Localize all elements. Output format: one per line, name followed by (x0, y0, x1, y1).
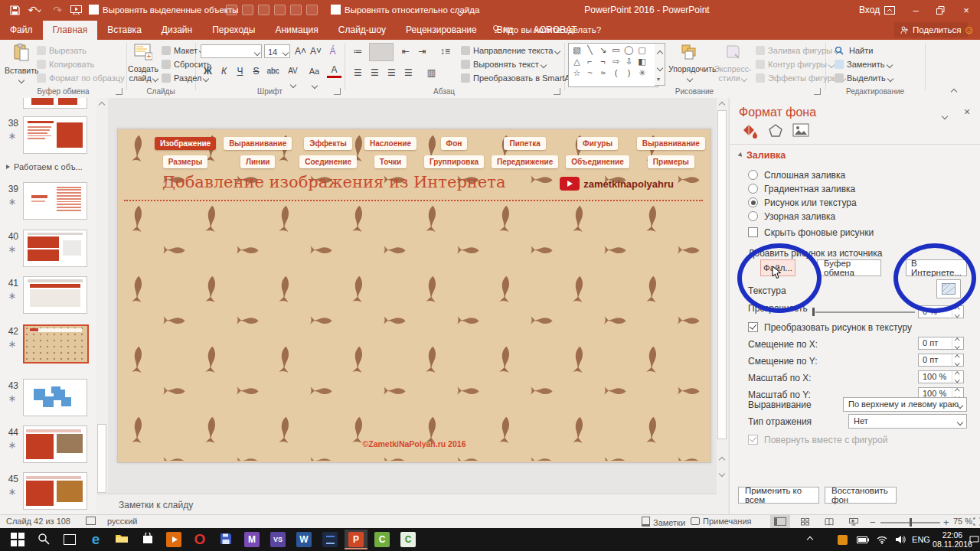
slide-title[interactable]: Добавление изображения из Интернета (162, 173, 505, 191)
text-shadow-button[interactable]: abc (266, 64, 280, 78)
collapse-ribbon-icon[interactable] (952, 86, 956, 96)
tray-app-icon[interactable] (835, 528, 850, 551)
slide-button[interactable]: Точки (374, 155, 407, 168)
tray-expand-icon[interactable] (802, 528, 818, 551)
new-slide-button[interactable]: Создать слайд (128, 43, 158, 83)
reset-background-button[interactable]: Восстановить фон (825, 487, 897, 504)
decrease-font-icon[interactable]: А˅ (309, 44, 323, 58)
start-from-beginning-icon[interactable] (67, 2, 84, 18)
strikethrough-button[interactable]: S (249, 64, 263, 78)
editor-scrollbar[interactable] (717, 98, 728, 514)
zoom-out-icon[interactable]: − (870, 517, 876, 528)
tab-transitions[interactable]: Переходы (202, 21, 265, 40)
sign-in-button[interactable]: Вход (859, 5, 880, 15)
slide-thumbnail[interactable] (23, 116, 87, 154)
minimize-button[interactable]: – (905, 1, 926, 19)
taskbar-start-icon[interactable] (6, 530, 29, 549)
taskbar-task-view-icon[interactable] (58, 530, 81, 549)
increase-indent-icon[interactable]: ⇥ (415, 44, 430, 58)
brand-badge[interactable]: zametkinapolyahru (560, 177, 674, 191)
fill-option[interactable]: Сплошная заливка (748, 170, 845, 181)
slide-button[interactable]: Выравнивание (637, 137, 705, 150)
replace-button[interactable]: Заменить (835, 60, 892, 69)
clear-formatting-icon[interactable]: А́ (325, 44, 340, 58)
offset-y-field[interactable]: 0 пт (918, 354, 964, 367)
scroll-up-icon[interactable] (96, 99, 107, 109)
shape-icon[interactable]: ◧ (635, 56, 648, 67)
shape-icon[interactable]: ✳ (635, 67, 648, 79)
stepper-icon[interactable] (952, 371, 962, 383)
insert-from-clipboard-button[interactable]: Буфер обмена (817, 259, 881, 276)
clock[interactable]: 22:06 08.11.2016 (933, 528, 972, 551)
columns-icon[interactable]: ▥ (424, 66, 439, 80)
transparency-slider-thumb[interactable] (812, 308, 815, 316)
taskbar-media-player-icon[interactable] (162, 530, 185, 549)
slide-button[interactable]: Примеры (648, 155, 694, 168)
close-button[interactable]: × (956, 1, 977, 19)
slide-button[interactable]: Группировка (424, 155, 484, 168)
taskbar-camtasia-icon[interactable]: C (371, 530, 394, 549)
shape-icon[interactable]: ◯ (622, 44, 635, 56)
ribbon-display-options-icon[interactable] (879, 1, 900, 19)
slide-button[interactable]: Объединение (566, 155, 629, 168)
shape-icon[interactable]: ( (609, 67, 622, 79)
slide-button[interactable]: Линии (240, 155, 276, 168)
volume-icon[interactable] (893, 528, 908, 551)
shape-icon[interactable]: ▭ (609, 44, 622, 56)
transparency-value-field[interactable]: 0 % (918, 305, 964, 318)
fit-to-window-icon[interactable] (972, 515, 980, 528)
smiley-icon[interactable]: ☺ (963, 23, 975, 36)
slide-button[interactable]: Передвижение (492, 155, 558, 168)
stepper-icon[interactable] (952, 306, 962, 318)
taskbar-camtasia-2-icon[interactable]: C (397, 530, 420, 549)
slide-button[interactable]: Пипетка (504, 137, 545, 150)
font-size-combo[interactable]: 14 (264, 44, 290, 58)
slide-button[interactable]: Размеры (163, 155, 208, 168)
paste-button[interactable]: Вставить (5, 43, 38, 84)
slide-button[interactable]: Фигуры (577, 137, 618, 150)
slide-button[interactable]: Соединение (299, 155, 357, 168)
thumbnail-scrollbar[interactable] (96, 98, 108, 514)
align-right-icon[interactable]: ☰ (384, 66, 399, 80)
shape-icon[interactable]: ⇨ (609, 56, 622, 67)
slide-sorter-view-icon[interactable] (795, 515, 815, 528)
shapes-gallery-scroll[interactable]: ▾ (655, 43, 665, 86)
taskbar-save-app-icon[interactable] (214, 530, 237, 549)
select-button[interactable]: Выделить (835, 73, 893, 83)
taskbar-search-icon[interactable] (32, 530, 55, 549)
fill-tab-icon[interactable] (742, 123, 759, 139)
shape-icon[interactable]: ╲ (583, 44, 596, 56)
bold-button[interactable]: Ж (201, 64, 215, 78)
italic-button[interactable]: К (217, 64, 231, 78)
increase-font-icon[interactable]: А˄ (293, 44, 308, 58)
slide-thumbnail[interactable] (23, 379, 87, 416)
scrollbar-thumb[interactable] (717, 110, 727, 439)
wifi-icon[interactable] (874, 528, 890, 551)
taskbar-edge-icon[interactable]: e (84, 530, 107, 549)
slide-thumbnail[interactable] (23, 230, 87, 267)
shape-icon[interactable]: ⌐ (583, 56, 596, 67)
tab-design[interactable]: Дизайн (152, 21, 202, 40)
align-text-button[interactable]: Выровнять текст (461, 60, 546, 69)
undo-icon[interactable]: ↶ (26, 2, 43, 18)
zoom-in-icon[interactable]: + (943, 517, 949, 528)
picture-tab-icon[interactable] (792, 123, 809, 139)
pane-options-icon[interactable] (942, 110, 947, 121)
scale-x-field[interactable]: 100 % (918, 370, 964, 383)
shape-icon[interactable]: ▢ (635, 44, 648, 56)
reading-view-icon[interactable] (819, 515, 839, 528)
tile-as-texture-checkbox[interactable]: Преобразовать рисунок в текстуру (748, 322, 912, 333)
slide-thumbnail[interactable] (23, 182, 87, 220)
slide-number-indicator[interactable]: Слайд 42 из 108 (6, 517, 70, 526)
normal-view-icon[interactable] (770, 515, 790, 528)
effects-tab-icon[interactable] (768, 123, 785, 139)
decrease-indent-icon[interactable]: ⇤ (398, 44, 413, 58)
notes-pane[interactable]: Заметки к слайду (96, 494, 727, 515)
taskbar-store-icon[interactable] (136, 530, 159, 549)
tab-slideshow[interactable]: Слайд-шоу (328, 21, 396, 40)
font-color-button[interactable]: А (327, 64, 341, 78)
slide-canvas[interactable]: ИзображениеВыравниваниеЭффектыНаслоениеФ… (117, 129, 711, 463)
texture-picker-button[interactable] (936, 279, 961, 298)
underline-button[interactable]: Ч (233, 64, 247, 78)
numbering-icon[interactable] (369, 43, 394, 61)
